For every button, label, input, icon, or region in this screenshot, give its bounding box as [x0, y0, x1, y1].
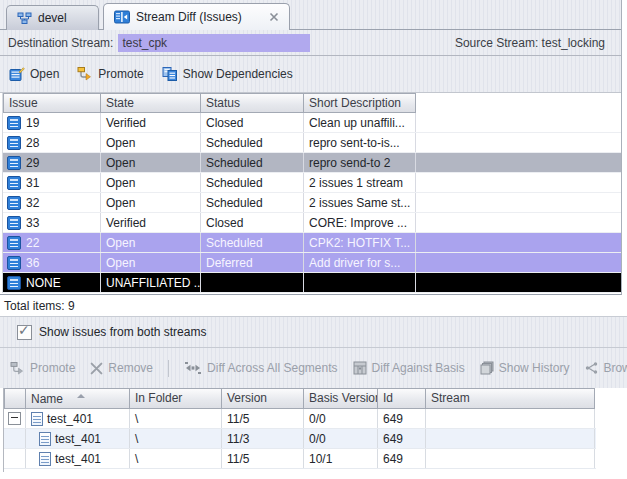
issue-row-selected-purple[interactable]: 36 Open Deferred Add driver for s...	[3, 253, 621, 273]
version-basis: 0/0	[304, 429, 378, 448]
show-history-icon	[480, 361, 494, 375]
version-row[interactable]: test_401 \ 11/5 0/0 649	[4, 409, 596, 429]
toolbar-separator	[168, 360, 169, 377]
open-button[interactable]: Open	[9, 67, 59, 82]
issue-state: UNAFFILIATED ...	[101, 273, 201, 292]
issue-status: Closed	[201, 113, 304, 132]
issues-table-header: Issue State Status Short Description	[3, 93, 621, 113]
issue-row-selected-purple[interactable]: 22 Open Scheduled CPK2: HOTFIX T...	[3, 233, 621, 253]
tab-bar: devel Stream Diff (Issues)	[0, 0, 621, 30]
file-icon	[39, 432, 51, 446]
column-header-issue[interactable]: Issue	[3, 93, 101, 113]
issue-id: 36	[26, 256, 39, 270]
stream-diff-icon	[114, 10, 130, 24]
version-number: 11/3	[222, 429, 304, 448]
source-stream-label: Source Stream: test_locking	[455, 36, 613, 50]
tab-stream-diff[interactable]: Stream Diff (Issues)	[103, 3, 290, 30]
version-id: 649	[378, 449, 426, 468]
issue-status: Deferred	[201, 253, 304, 272]
filter-bar: Show issues from both streams	[0, 317, 627, 348]
issue-row[interactable]: 31 Open Scheduled 2 issues 1 stream	[3, 173, 621, 193]
issue-description	[304, 273, 416, 292]
issue-description: CPK2: HOTFIX T...	[304, 233, 416, 252]
issue-icon	[7, 196, 21, 210]
issue-description: 2 issues Same st...	[304, 193, 416, 212]
issue-state: Open	[101, 193, 201, 212]
tab-devel[interactable]: devel	[6, 5, 99, 30]
version-row[interactable]: test_401 \ 11/3 0/0 649	[4, 429, 596, 449]
column-header-short-description[interactable]: Short Description	[304, 93, 416, 113]
version-in-folder: \	[130, 429, 222, 448]
version-stream	[426, 409, 595, 428]
versions-table-header: Name In Folder Version Basis Version Id …	[4, 388, 596, 409]
destination-stream-value: test_cpk	[118, 34, 310, 52]
collapse-icon[interactable]	[8, 412, 21, 425]
issue-state: Open	[101, 133, 201, 152]
column-header-state[interactable]: State	[101, 93, 201, 113]
issue-status: Scheduled	[201, 153, 304, 172]
promote-button[interactable]: Promote	[77, 67, 143, 81]
issue-row[interactable]: 33 Verified Closed CORE: Improve ...	[3, 213, 621, 233]
version-number: 11/5	[222, 449, 304, 468]
column-header-basis-version[interactable]: Basis Version	[304, 388, 378, 409]
promote-version-button[interactable]: Promote	[10, 361, 75, 375]
issue-id: 31	[26, 176, 39, 190]
issue-state: Verified	[101, 213, 201, 232]
issue-icon	[7, 176, 21, 190]
issue-id: NONE	[26, 276, 61, 290]
diff-across-all-segments-button[interactable]: Diff Across All Segments	[184, 361, 338, 375]
issue-icon	[7, 256, 21, 270]
issue-icon	[7, 136, 21, 150]
issue-row[interactable]: 28 Open Scheduled repro sent-to-is...	[3, 133, 621, 153]
column-header-version[interactable]: Version	[222, 388, 304, 409]
column-header-name[interactable]: Name	[26, 388, 130, 409]
version-number: 11/5	[222, 409, 304, 428]
close-icon[interactable]	[269, 12, 279, 22]
issue-row-none[interactable]: NONE UNAFFILIATED ...	[3, 273, 621, 293]
issue-row[interactable]: 19 Verified Closed Clean up unaffili...	[3, 113, 621, 133]
version-in-folder: \	[130, 409, 222, 428]
sort-ascending-icon	[77, 394, 85, 398]
issue-state: Open	[101, 173, 201, 192]
version-basis: 10/1	[304, 449, 378, 468]
show-history-button[interactable]: Show History	[480, 361, 570, 375]
issue-status: Scheduled	[201, 173, 304, 192]
version-id: 649	[378, 409, 426, 428]
browse-versions-icon	[584, 362, 598, 374]
issue-description: repro send-to 2	[304, 153, 416, 172]
column-header-id[interactable]: Id	[378, 388, 426, 409]
version-row[interactable]: test_401 \ 11/5 10/1 649	[4, 449, 596, 469]
version-basis: 0/0	[304, 409, 378, 428]
issue-id: 29	[26, 156, 39, 170]
diff-against-basis-button[interactable]: Diff Against Basis	[353, 361, 465, 375]
file-icon	[31, 412, 43, 426]
issues-panel: devel Stream Diff (Issues) Destination S…	[0, 0, 622, 295]
column-header-in-folder[interactable]: In Folder	[130, 388, 222, 409]
column-header-status[interactable]: Status	[201, 93, 304, 113]
issue-description: 2 issues 1 stream	[304, 173, 416, 192]
show-issues-checkbox-label: Show issues from both streams	[39, 325, 206, 339]
issues-toolbar: Open Promote Show Dependencies	[0, 56, 621, 93]
issue-description: repro sent-to-is...	[304, 133, 416, 152]
remove-icon	[90, 362, 103, 375]
stream-info-bar: Destination Stream: test_cpk Source Stre…	[0, 30, 621, 56]
browse-versions-button[interactable]: Brow	[584, 361, 627, 375]
remove-button[interactable]: Remove	[90, 361, 153, 375]
column-header-stream[interactable]: Stream	[426, 388, 595, 409]
issue-status: Scheduled	[201, 233, 304, 252]
issue-icon	[7, 116, 21, 130]
version-stream	[426, 449, 595, 468]
versions-toolbar: Promote Remove Diff Across All Segments …	[0, 348, 627, 388]
show-issues-checkbox[interactable]	[17, 325, 32, 340]
issue-row[interactable]: 32 Open Scheduled 2 issues Same st...	[3, 193, 621, 213]
promote-icon	[77, 67, 93, 81]
versions-table: Name In Folder Version Basis Version Id …	[3, 388, 596, 472]
browse-versions-label: Brow	[603, 361, 627, 375]
remove-button-label: Remove	[108, 361, 153, 375]
issue-status: Closed	[201, 213, 304, 232]
issue-row-selected-gray[interactable]: 29 Open Scheduled repro send-to 2	[3, 153, 621, 173]
column-header-name-label: Name	[31, 392, 63, 406]
open-button-label: Open	[30, 67, 59, 81]
issue-id: 33	[26, 216, 39, 230]
show-dependencies-button[interactable]: Show Dependencies	[162, 67, 293, 81]
